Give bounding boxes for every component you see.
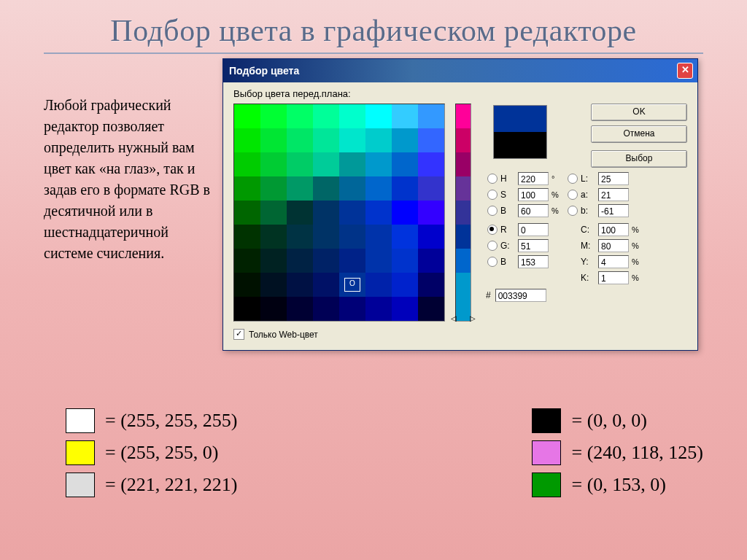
l-input[interactable]: 25: [598, 172, 629, 185]
legend-text: = (255, 255, 255): [105, 410, 237, 432]
color-preview: [493, 105, 547, 159]
legend-text: = (0, 153, 0): [571, 474, 665, 496]
slide-title: Подбор цвета в графическом редакторе: [0, 0, 747, 48]
hex-input[interactable]: 003399: [495, 289, 546, 302]
s-input[interactable]: 100: [518, 188, 549, 201]
color-palette[interactable]: [233, 104, 445, 322]
hue-slider[interactable]: ◁▷: [455, 104, 471, 322]
web-only-label: Только Web-цвет: [249, 330, 318, 340]
c-input[interactable]: 100: [598, 223, 629, 236]
legend-swatch: [66, 472, 95, 497]
hsb-lab-fields: H220° L:25 S100% a:21 B60% b:-61: [486, 172, 687, 217]
radio-g[interactable]: [487, 241, 498, 251]
dialog-titlebar: Подбор цвета ✕: [223, 59, 697, 82]
color-legend: = (255, 255, 255) = (255, 255, 0) = (221…: [66, 408, 703, 497]
select-button[interactable]: Выбор: [591, 150, 687, 168]
legend-left: = (255, 255, 255) = (255, 255, 0) = (221…: [66, 408, 237, 497]
legend-swatch: [532, 440, 561, 465]
radio-r[interactable]: [487, 225, 498, 235]
color-picker-dialog: Подбор цвета ✕ Выбор цвета перед.плана:: [222, 58, 698, 351]
radio-b-hsb[interactable]: [487, 206, 498, 216]
a-input[interactable]: 21: [598, 188, 629, 201]
radio-b-rgb[interactable]: [487, 257, 498, 267]
web-only-row: ✓ Только Web-цвет: [233, 329, 687, 340]
cancel-button[interactable]: Отмена: [591, 125, 687, 143]
description-text: Любой графический редактор позволяет опр…: [44, 95, 212, 264]
legend-swatch: [66, 408, 95, 433]
legend-swatch: [532, 472, 561, 497]
m-input[interactable]: 80: [598, 239, 629, 252]
brgb-input[interactable]: 153: [518, 255, 549, 268]
rgb-cmyk-fields: R0 C:100% G:51 M:80% B153 Y:4% K:1%: [486, 223, 687, 284]
right-panel: OK Отмена Выбор H220° L:25 S100% a:21 B6…: [479, 104, 687, 322]
radio-l[interactable]: [568, 174, 578, 184]
dialog-prompt: Выбор цвета перед.плана:: [233, 88, 687, 99]
legend-right: = (0, 0, 0) = (240, 118, 125) = (0, 153,…: [532, 408, 703, 497]
radio-h[interactable]: [487, 174, 498, 184]
r-input[interactable]: 0: [518, 223, 549, 236]
legend-swatch: [532, 408, 561, 433]
k-input[interactable]: 1: [598, 271, 629, 284]
radio-s[interactable]: [487, 190, 498, 200]
h-input[interactable]: 220: [518, 172, 549, 185]
web-only-checkbox[interactable]: ✓: [233, 329, 244, 340]
legend-text: = (221, 221, 221): [105, 474, 237, 496]
hex-row: # 003399: [486, 289, 687, 302]
dialog-title: Подбор цвета: [229, 65, 299, 77]
y-input[interactable]: 4: [598, 255, 629, 268]
blab-input[interactable]: -61: [598, 204, 629, 217]
legend-swatch: [66, 440, 95, 465]
bhsb-input[interactable]: 60: [518, 204, 549, 217]
dialog-body: Выбор цвета перед.плана:: [223, 82, 697, 350]
close-icon[interactable]: ✕: [677, 63, 693, 79]
legend-text: = (0, 0, 0): [571, 410, 646, 432]
g-input[interactable]: 51: [518, 239, 549, 252]
legend-text: = (240, 118, 125): [571, 442, 703, 464]
divider: [44, 52, 703, 54]
legend-text: = (255, 255, 0): [105, 442, 218, 464]
radio-b-lab[interactable]: [568, 206, 578, 216]
ok-button[interactable]: OK: [591, 104, 687, 121]
radio-a[interactable]: [568, 190, 578, 200]
